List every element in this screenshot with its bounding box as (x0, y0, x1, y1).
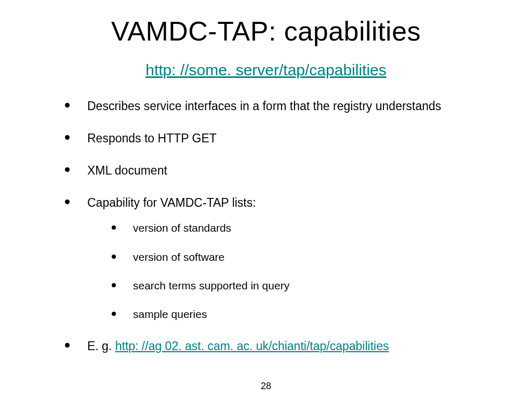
slide-subtitle: http: //some. server/tap/capabilities (31, 61, 501, 79)
eg-prefix: E. g. (87, 339, 115, 353)
capabilities-url-link[interactable]: http: //some. server/tap/capabilities (145, 61, 387, 78)
list-item: Responds to HTTP GET (78, 127, 501, 147)
page-number: 28 (0, 381, 532, 392)
example-url-link[interactable]: http: //ag 02. ast. cam. ac. uk/chianti/… (115, 339, 389, 353)
list-item: search terms supported in query (124, 276, 501, 293)
list-item: Describes service interfaces in a form t… (78, 95, 501, 114)
list-item: XML document (78, 159, 501, 179)
sub-bullet-list: version of standards version of software… (87, 218, 501, 322)
list-item: E. g. http: //ag 02. ast. cam. ac. uk/ch… (78, 335, 501, 354)
list-item-text: Capability for VAMDC-TAP lists: (87, 196, 256, 209)
list-item: Capability for VAMDC-TAP lists: version … (78, 191, 501, 322)
bullet-list: Describes service interfaces in a form t… (31, 95, 501, 354)
list-item: sample queries (124, 304, 501, 322)
slide: VAMDC-TAP: capabilities http: //some. se… (0, 0, 532, 399)
slide-title: VAMDC-TAP: capabilities (31, 16, 501, 47)
list-item: version of software (124, 247, 501, 264)
list-item: version of standards (124, 218, 501, 235)
